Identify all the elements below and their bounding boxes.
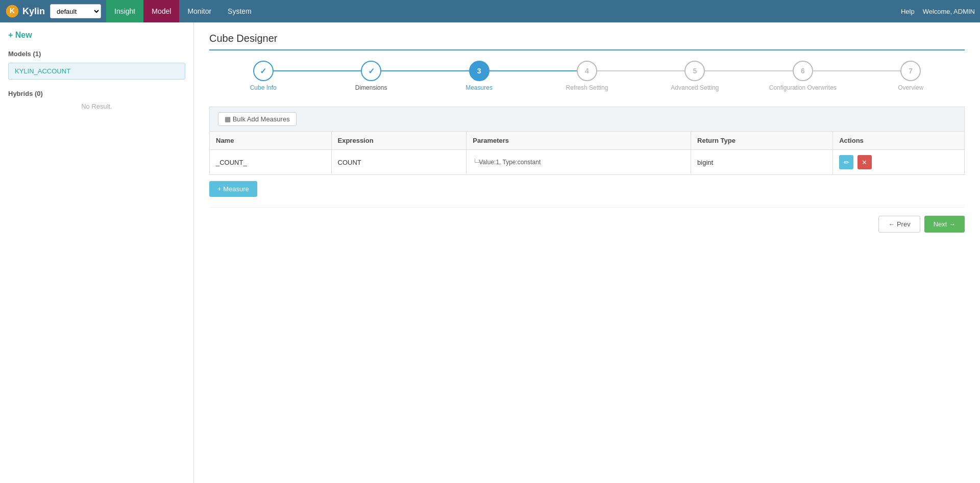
- nav-monitor[interactable]: Monitor: [179, 0, 219, 22]
- stepper: ✓ Cube Info ✓ Dimensions 3 Measures 4: [209, 61, 965, 91]
- table-icon: ▦: [225, 115, 231, 123]
- step-1-circle: ✓: [253, 61, 274, 81]
- brand[interactable]: K Kylin: [5, 4, 45, 18]
- step-2: ✓ Dimensions: [317, 61, 425, 91]
- toolbar: ▦ Bulk Add Measures: [209, 107, 965, 131]
- col-name: Name: [210, 132, 332, 150]
- row-parameters: Value:1, Type:constant: [467, 150, 691, 175]
- no-result-label: No Result.: [8, 103, 185, 110]
- hybrids-section: Hybrids (0) No Result.: [8, 90, 185, 110]
- col-expression: Expression: [331, 132, 467, 150]
- sidebar: + New Models (1) KYLIN_ACCOUNT Hybrids (…: [0, 22, 194, 483]
- step-6-label: Configuration Overwrites: [769, 84, 837, 91]
- delete-measure-button[interactable]: ✕: [857, 155, 872, 169]
- hybrids-title: Hybrids (0): [8, 90, 185, 97]
- step-6: 6 Configuration Overwrites: [749, 61, 856, 91]
- nav-links: Insight Model Monitor System: [106, 0, 260, 22]
- next-button[interactable]: Next →: [924, 216, 965, 233]
- step-5: 5 Advanced Setting: [641, 61, 749, 91]
- main-layout: + New Models (1) KYLIN_ACCOUNT Hybrids (…: [0, 22, 980, 483]
- col-actions: Actions: [833, 132, 965, 150]
- table-header: Name Expression Parameters Return Type A…: [210, 132, 965, 150]
- navbar-right: Help Welcome, ADMIN: [901, 8, 975, 15]
- step-2-circle: ✓: [361, 61, 381, 81]
- param-tree: Value:1, Type:constant: [473, 159, 684, 166]
- row-expression: COUNT: [331, 150, 467, 175]
- step-2-label: Dimensions: [355, 84, 387, 91]
- welcome-label: Welcome, ADMIN: [923, 8, 975, 15]
- row-return-type: bigint: [691, 150, 833, 175]
- step-5-label: Advanced Setting: [671, 84, 719, 91]
- project-dropdown[interactable]: default: [50, 4, 101, 18]
- models-title: Models (1): [8, 50, 185, 58]
- param-value: Value:1, Type:constant: [473, 159, 684, 166]
- step-4-circle: 4: [577, 61, 597, 81]
- svg-text:K: K: [10, 7, 15, 15]
- navbar: K Kylin default Insight Model Monitor Sy…: [0, 0, 980, 22]
- prev-button[interactable]: ← Prev: [878, 216, 920, 233]
- help-link[interactable]: Help: [901, 8, 915, 15]
- row-actions: ✏ ✕: [833, 150, 965, 175]
- table-body: _COUNT_ COUNT Value:1, Type:constant big…: [210, 150, 965, 175]
- add-measure-button[interactable]: + Measure: [209, 181, 257, 197]
- step-3: 3 Measures: [425, 61, 533, 91]
- step-1: ✓ Cube Info: [209, 61, 317, 91]
- step-7-circle: 7: [900, 61, 921, 81]
- new-button[interactable]: + New: [8, 31, 32, 40]
- row-name: _COUNT_: [210, 150, 332, 175]
- main-content: Cube Designer ✓ Cube Info ✓ Dimensions 3…: [194, 22, 980, 483]
- models-section: Models (1) KYLIN_ACCOUNT: [8, 50, 185, 80]
- step-4-label: Refresh Setting: [566, 84, 608, 91]
- measures-table: Name Expression Parameters Return Type A…: [209, 131, 965, 175]
- step-6-circle: 6: [793, 61, 813, 81]
- nav-insight[interactable]: Insight: [106, 0, 143, 22]
- edit-measure-button[interactable]: ✏: [839, 155, 853, 169]
- nav-buttons: ← Prev Next →: [209, 207, 965, 233]
- step-3-label: Measures: [465, 84, 493, 91]
- kylin-logo-icon: K: [5, 4, 19, 18]
- col-parameters: Parameters: [467, 132, 691, 150]
- bulk-add-measures-button[interactable]: ▦ Bulk Add Measures: [218, 112, 297, 126]
- nav-model[interactable]: Model: [143, 0, 179, 22]
- step-7: 7 Overview: [857, 61, 965, 91]
- step-3-circle: 3: [469, 61, 489, 81]
- page-title: Cube Designer: [209, 33, 965, 50]
- step-1-label: Cube Info: [250, 84, 277, 91]
- brand-label: Kylin: [22, 6, 45, 17]
- table-row: _COUNT_ COUNT Value:1, Type:constant big…: [210, 150, 965, 175]
- step-7-label: Overview: [898, 84, 923, 91]
- col-return-type: Return Type: [691, 132, 833, 150]
- step-4: 4 Refresh Setting: [533, 61, 641, 91]
- step-5-circle: 5: [684, 61, 705, 81]
- model-item-kylin-account[interactable]: KYLIN_ACCOUNT: [8, 63, 185, 80]
- nav-system[interactable]: System: [219, 0, 260, 22]
